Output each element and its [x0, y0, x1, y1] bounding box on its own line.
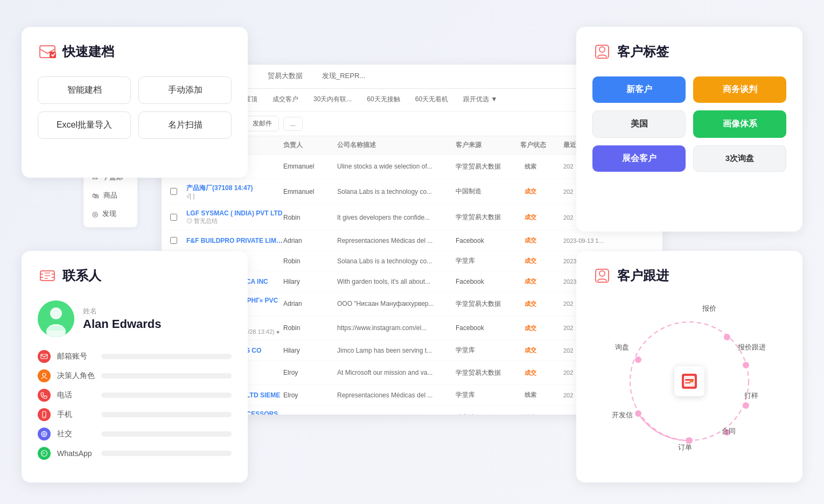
contact-card: 联系人 姓名 Alan Edwards — [22, 251, 248, 482]
row-source: 学堂库 — [456, 256, 520, 265]
col-owner: 负责人 — [283, 141, 337, 150]
svg-rect-33 — [684, 376, 695, 387]
row-status: 线索 — [520, 390, 563, 400]
followup-title: 客户跟进 — [592, 266, 786, 285]
row-checkbox[interactable] — [170, 237, 177, 244]
subtab-30days[interactable]: 30天内有联... — [307, 92, 358, 108]
subtab-deal[interactable]: 成交客户 — [266, 92, 305, 108]
mobile-value-bar — [101, 412, 232, 417]
phone-label: 电话 — [57, 390, 95, 400]
row-owner: Robin — [283, 257, 337, 265]
row-source: Facebook — [456, 278, 520, 285]
label-dev-letter: 开发信 — [612, 410, 633, 420]
phone-value-bar — [101, 393, 232, 398]
discover-label: 发现 — [102, 209, 116, 219]
row-status: 成交 — [520, 276, 563, 286]
tag-inquiry-count[interactable]: 3次询盘 — [693, 145, 786, 172]
row-owner: Robin — [283, 324, 337, 332]
role-label: 决策人角色 — [57, 371, 95, 381]
contact-title: 联系人 — [38, 266, 232, 285]
row-owner: Adrian — [283, 300, 337, 307]
svg-point-16 — [43, 373, 46, 376]
contact-field-social: 社交 — [38, 428, 232, 440]
email-value-bar — [101, 354, 232, 359]
row-source: Facebook — [456, 237, 520, 244]
role-value-bar — [101, 373, 232, 379]
row-checkbox[interactable] — [170, 214, 177, 221]
label-contract: 合同 — [722, 426, 736, 436]
row-status: 成交 — [520, 186, 563, 197]
svg-point-18 — [44, 416, 45, 417]
label-inquiry: 询盘 — [615, 342, 629, 352]
row-date: 2023-09-13 1... — [563, 237, 617, 244]
svg-point-31 — [635, 356, 641, 363]
svg-rect-35 — [685, 382, 690, 383]
tags-icon — [592, 42, 612, 61]
followup-icon — [592, 266, 612, 285]
more-actions-btn[interactable]: ... — [283, 117, 303, 131]
goods-icon: 🛍 — [92, 192, 99, 200]
tag-exhibition-customer[interactable]: 展会客户 — [592, 145, 686, 172]
quick-archive-icon — [38, 42, 57, 61]
contact-title-text: 联系人 — [62, 267, 101, 284]
subtab-preferred[interactable]: 跟开优选 ▼ — [457, 92, 504, 108]
sidebar-item-discover[interactable]: ◎ 发现 — [83, 205, 137, 223]
contact-name-block: 姓名 Alan Edwards — [83, 306, 161, 331]
row-owner: Elroy — [283, 369, 337, 376]
row-owner: Robin — [283, 214, 337, 221]
manual-add-btn[interactable]: 手动添加 — [138, 76, 232, 104]
business-card-btn[interactable]: 名片扫描 — [138, 111, 232, 139]
row-owner: Hilary — [283, 278, 337, 285]
row-desc: ООО "Нисаан Мануфакхурвер... — [337, 300, 456, 307]
row-source: 学堂库 — [456, 390, 520, 400]
tag-usa[interactable]: 美国 — [592, 110, 686, 138]
row-source: 学堂贸易大数据 — [456, 299, 520, 309]
mobile-icon — [38, 408, 51, 421]
col-desc: 公司名称描述 — [337, 141, 456, 150]
row-source: 学堂贸易大数据 — [456, 162, 520, 171]
label-quote-followup: 报价跟进 — [738, 342, 766, 352]
send-email-btn[interactable]: 发邮件 — [246, 116, 279, 131]
svg-rect-15 — [41, 354, 47, 359]
tag-portrait-system[interactable]: 画像体系 — [693, 110, 786, 138]
tag-business-negotiation[interactable]: 商务谈判 — [693, 76, 786, 103]
row-company: 产品海厂(37108 14:47) √[ ] — [186, 184, 283, 199]
tag-new-customer[interactable]: 新客户 — [592, 76, 686, 103]
row-owner: Adrian — [283, 237, 337, 244]
excel-import-btn[interactable]: Excel批量导入 — [38, 111, 131, 139]
contact-name: Alan Edwards — [83, 317, 161, 331]
row-source: 学堂库 — [456, 346, 520, 355]
row-desc: Jimco Lamp has been serving t... — [337, 347, 456, 354]
contact-field-mobile: 手机 — [38, 408, 232, 421]
contact-field-role: 决策人角色 — [38, 369, 232, 382]
tab-trade-data[interactable]: 贸易大数据 — [258, 65, 312, 88]
mobile-label: 手机 — [57, 410, 95, 419]
row-status: 成交 — [520, 256, 563, 266]
phone-icon — [38, 389, 51, 402]
svg-point-23 — [599, 271, 605, 276]
sidebar-item-goods[interactable]: 🛍 商品 — [83, 186, 137, 205]
row-owner: Emmanuel — [283, 163, 337, 170]
tab-discover[interactable]: 发现_REPR... — [312, 65, 375, 88]
subtab-60days-no[interactable]: 60天无接触 — [360, 92, 406, 108]
customer-tags-title: 客户标签 — [592, 42, 786, 61]
subtab-60days-machine[interactable]: 60天无着机 — [409, 92, 455, 108]
row-desc: At Microsoft our mission and va... — [337, 369, 456, 376]
row-checkbox[interactable] — [170, 188, 177, 195]
table-row[interactable]: F&F BUILDPRO PRIVATE LIMITED Adrian Repr… — [162, 230, 662, 251]
followup-title-text: 客户跟进 — [617, 267, 669, 284]
row-status: 成交 — [520, 212, 563, 222]
row-desc: With garden tools, it's all about... — [337, 278, 456, 285]
svg-point-26 — [743, 362, 749, 368]
quick-archive-title-text: 快速建档 — [62, 43, 114, 60]
quick-btn-grid: 智能建档 手动添加 Excel批量导入 名片扫描 — [38, 76, 232, 139]
social-icon — [38, 428, 51, 440]
social-value-bar — [101, 431, 232, 437]
row-status: 成交 — [520, 299, 563, 309]
smart-archive-btn[interactable]: 智能建档 — [38, 76, 131, 104]
row-desc: Solana Labs is a technology co... — [337, 188, 456, 195]
followup-center-icon — [674, 366, 704, 396]
email-label: 邮箱账号 — [57, 352, 95, 361]
contact-icon — [38, 266, 57, 285]
svg-point-25 — [724, 334, 730, 340]
